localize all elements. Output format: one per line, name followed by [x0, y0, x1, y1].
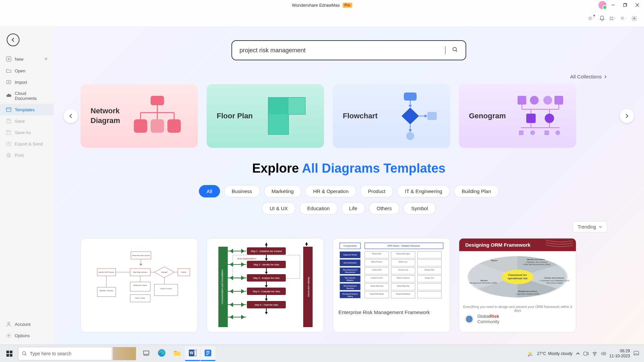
clock[interactable]: 06:29 11-10-2023 [609, 349, 630, 358]
template-preview: Designing ORM Framework Framework for [459, 238, 576, 304]
taskbar-search[interactable]: Type here to search [18, 347, 112, 360]
svg-rect-62 [544, 130, 549, 135]
chip-ui[interactable]: UI & UX [262, 202, 296, 215]
task-view-button[interactable] [139, 346, 154, 361]
system-tray[interactable] [576, 351, 606, 356]
chip-marketing[interactable]: Marketing [264, 185, 302, 197]
chip-symbol[interactable]: Symbol [404, 202, 436, 215]
collection-title: Network Diagram [91, 106, 120, 125]
sidebar-item-export[interactable]: Export & Send [0, 138, 54, 149]
sidebar-item-save[interactable]: Save [0, 115, 54, 127]
svg-text:Determine Data Growth: Determine Data Growth [132, 254, 150, 256]
edge-app[interactable] [154, 346, 169, 361]
svg-rect-211 [174, 351, 177, 352]
svg-point-20 [8, 322, 10, 324]
sort-select[interactable]: Trending [573, 221, 607, 233]
svg-marker-102 [265, 285, 268, 288]
collection-genogram[interactable]: Genogram [459, 84, 576, 148]
chip-others[interactable]: Others [369, 202, 399, 215]
explore-heading: Explore All Diagrams Templates [80, 161, 617, 176]
sidebar-item-cloud[interactable]: Cloud Documents [0, 88, 54, 104]
collection-title: Floor Plan [217, 111, 253, 121]
weather-widget[interactable]: 27°C Mostly cloudy [527, 350, 573, 358]
svg-rect-60 [519, 130, 524, 135]
template-card-3[interactable]: Components ERP Area's · Detailed Structu… [333, 238, 450, 333]
user-avatar[interactable] [598, 1, 606, 9]
search-input[interactable] [239, 47, 443, 54]
sidebar-item-templates[interactable]: Templates [0, 104, 54, 115]
svg-marker-66 [140, 264, 142, 266]
chip-education[interactable]: Education [300, 202, 337, 215]
svg-text:Conduct Loss: Conduct Loss [398, 269, 409, 271]
maximize-button[interactable] [620, 1, 631, 9]
template-preview: Determine Data Growth Identify SLR Proce… [81, 238, 198, 315]
word-app[interactable]: W [185, 346, 200, 361]
sidebar-item-new[interactable]: New + [0, 53, 54, 65]
apps-icon[interactable] [610, 15, 616, 21]
svg-text:W: W [190, 351, 194, 355]
all-collections-link[interactable]: All Collections [80, 74, 607, 79]
help-icon[interactable] [588, 15, 594, 21]
chevron-up-icon[interactable] [576, 352, 580, 356]
svg-rect-35 [268, 114, 288, 134]
tshirt-icon[interactable] [621, 15, 627, 21]
svg-text:Designing ORM Framework: Designing ORM Framework [465, 242, 531, 248]
collections-next-button[interactable] [620, 109, 634, 123]
collection-floor-plan[interactable]: Floor Plan [207, 84, 324, 148]
svg-text:Conduct Risk: Conduct Risk [372, 269, 382, 271]
svg-text:Step 1 - Establish the Context: Step 1 - Establish the Context [251, 250, 282, 253]
export-icon [6, 141, 11, 146]
chip-hr[interactable]: HR & Operation [305, 185, 356, 197]
back-button[interactable] [7, 34, 19, 46]
sidebar-item-options[interactable]: Options [0, 330, 54, 341]
notifications-icon[interactable] [633, 351, 639, 357]
svg-text:Determine current: Determine current [133, 284, 147, 286]
svg-rect-218 [584, 352, 587, 355]
gear-icon [6, 333, 11, 338]
start-button[interactable] [2, 347, 17, 360]
template-card-1[interactable]: Determine Data Growth Identify SLR Proce… [80, 238, 198, 333]
chip-it[interactable]: IT & Engineering [397, 185, 450, 197]
svg-text:RISK ASSESSMENT: RISK ASSESSMENT [237, 258, 257, 260]
sidebar-item-saveas[interactable]: Save As [0, 127, 54, 138]
chip-product[interactable]: Product [360, 185, 393, 197]
template-card-4[interactable]: Designing ORM Framework Framework for [459, 238, 576, 333]
collection-flowchart[interactable]: Flowchart [333, 84, 450, 148]
edrawmax-app[interactable] [201, 346, 215, 361]
account-icon [6, 321, 11, 327]
volume-icon[interactable] [601, 351, 606, 356]
svg-rect-141 [418, 251, 442, 258]
wifi-icon[interactable] [592, 351, 597, 356]
sidebar-item-print[interactable]: Print [0, 149, 54, 161]
svg-text:Design Limit: Design Limit [425, 277, 434, 279]
sidebar-item-import[interactable]: Import [0, 76, 54, 88]
collection-network-diagram[interactable]: Network Diagram [80, 84, 198, 148]
svg-text:Design Risk-Based: Design Risk-Based [396, 293, 410, 295]
chip-life[interactable]: Life [341, 202, 365, 215]
new-plus-icon[interactable]: + [45, 56, 48, 62]
notification-icon[interactable] [599, 15, 605, 21]
sidebar-label-save: Save [15, 119, 25, 124]
sidebar-label-options: Options [15, 333, 30, 338]
search-highlight[interactable] [113, 347, 136, 360]
chip-business[interactable]: Business [224, 185, 260, 197]
sidebar-item-account[interactable]: Account [0, 318, 54, 330]
search-icon[interactable] [452, 47, 458, 54]
sidebar-item-open[interactable]: Open [0, 65, 54, 76]
close-button[interactable] [632, 1, 643, 9]
chip-building[interactable]: Building Plan [454, 185, 499, 197]
template-card-2[interactable]: Communication and Consultation Monitor a… [207, 238, 324, 333]
chip-all[interactable]: All [199, 185, 220, 197]
save-icon [6, 118, 11, 124]
explorer-app[interactable] [170, 346, 184, 361]
sidebar-label-import: Import [15, 80, 27, 85]
minimize-button[interactable] [608, 1, 619, 9]
search-box[interactable] [231, 40, 466, 60]
settings-icon[interactable] [631, 15, 637, 21]
meet-now-icon[interactable] [583, 351, 589, 356]
svg-text:ERP Area's · Detailed Structur: ERP Area's · Detailed Structure [388, 245, 420, 247]
svg-text:Define Reporting: Define Reporting [397, 285, 409, 287]
svg-point-45 [406, 132, 414, 140]
genogram-art [513, 93, 566, 139]
collections-prev-button[interactable] [64, 109, 78, 123]
